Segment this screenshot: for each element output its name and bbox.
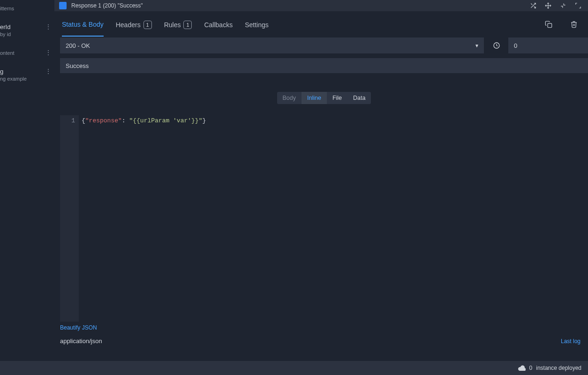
clock-icon — [489, 38, 505, 53]
trash-icon[interactable] — [567, 18, 580, 31]
tab-callbacks[interactable]: Callbacks — [204, 13, 233, 36]
sidebar-item[interactable]: g ng example ⋮ — [0, 65, 54, 84]
sidebar: itterns erId by id ⋮ ontent ⋮ g ng examp… — [0, 0, 54, 361]
cloud-icon — [518, 365, 526, 371]
more-icon[interactable]: ⋮ — [45, 68, 52, 75]
editor-gutter: 1 — [60, 115, 79, 322]
svg-rect-0 — [548, 23, 552, 28]
line-number: 1 — [60, 117, 75, 124]
more-icon[interactable]: ⋮ — [45, 23, 52, 30]
beautify-json-link[interactable]: Beautify JSON — [60, 322, 588, 331]
response-header-bar: Response 1 (200) "Success" — [54, 0, 588, 11]
tab-label: Rules — [164, 21, 181, 29]
editor-content[interactable]: {"response": "{{urlParam 'var'}}"} — [79, 115, 588, 322]
delay-input[interactable] — [508, 38, 588, 53]
tab-label: Status & Body — [62, 21, 104, 28]
last-log-link[interactable]: Last log — [561, 338, 580, 345]
tab-settings[interactable]: Settings — [245, 13, 269, 36]
status-bar: 0 instance deployed — [0, 361, 588, 375]
tab-badge: 1 — [143, 21, 152, 29]
status-code-select[interactable]: 200 - OK ▼ — [60, 38, 484, 53]
tab-label: Settings — [245, 21, 269, 29]
sidebar-item-title: erId — [0, 23, 51, 30]
sidebar-item-title: g — [0, 68, 51, 75]
body-mode-file[interactable]: File — [327, 92, 347, 104]
tab-headers[interactable]: Headers 1 — [116, 12, 152, 37]
sidebar-item-sub: itterns — [0, 6, 51, 11]
response-name-value: Success — [66, 62, 89, 69]
tab-status-body[interactable]: Status & Body — [62, 12, 104, 37]
body-mode-segment: Body Inline File Data — [60, 92, 588, 104]
content-type-value[interactable]: application/json — [60, 338, 102, 345]
response-title: Response 1 (200) "Success" — [71, 2, 523, 9]
body-mode-label: Body — [277, 92, 302, 104]
main-panel: Response 1 (200) "Success" Status & Body… — [54, 0, 588, 361]
body-mode-inline[interactable]: Inline — [302, 92, 327, 104]
move-icon[interactable] — [543, 1, 553, 10]
status-row: 200 - OK ▼ — [60, 38, 588, 53]
tab-label: Callbacks — [204, 21, 233, 29]
mime-row: application/json Last log — [60, 331, 588, 345]
sidebar-item[interactable]: erId by id ⋮ — [0, 21, 54, 40]
sidebar-item[interactable]: ontent ⋮ — [0, 46, 54, 59]
chevron-down-icon: ▼ — [475, 43, 479, 48]
tabs: Status & Body Headers 1 Rules 1 Callback… — [54, 11, 588, 38]
code-editor[interactable]: 1 {"response": "{{urlParam 'var'}}"} — [60, 115, 588, 322]
tab-badge: 1 — [183, 21, 192, 29]
collapse-icon[interactable] — [558, 1, 568, 10]
sidebar-item-sub: by id — [0, 31, 51, 37]
more-icon[interactable]: ⋮ — [45, 49, 52, 56]
instance-count: 0 — [529, 365, 533, 371]
sidebar-item-sub: ng example — [0, 76, 51, 82]
body-mode-data[interactable]: Data — [347, 92, 371, 104]
response-color-icon — [59, 2, 67, 9]
tab-label: Headers — [116, 21, 141, 29]
copy-icon[interactable] — [542, 18, 555, 31]
shuffle-icon[interactable] — [528, 1, 538, 10]
expand-icon[interactable] — [573, 1, 583, 10]
tab-rules[interactable]: Rules 1 — [164, 12, 192, 37]
status-code-value: 200 - OK — [66, 42, 90, 49]
response-name-input[interactable]: Success — [60, 58, 588, 73]
sidebar-item-sub: ontent — [0, 50, 51, 56]
sidebar-item[interactable]: itterns — [0, 2, 54, 14]
instance-text: instance deployed — [536, 365, 581, 371]
